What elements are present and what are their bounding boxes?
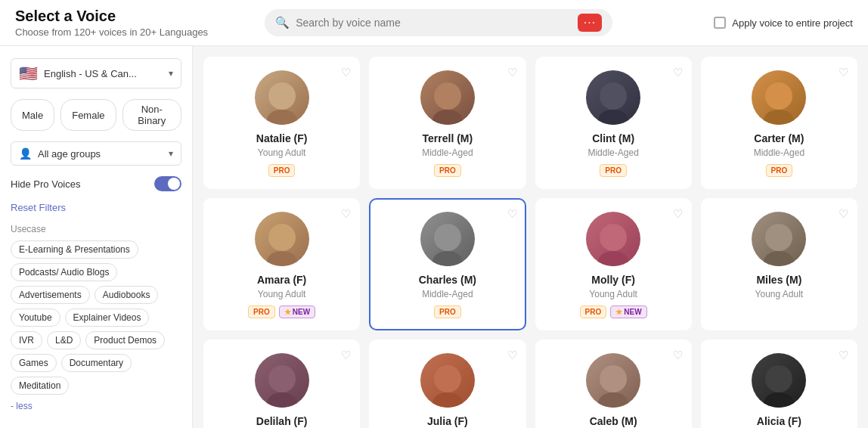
tag-item[interactable]: Audiobooks bbox=[95, 286, 159, 304]
new-badge: ★ NEW bbox=[610, 305, 646, 318]
heart-button[interactable]: ♡ bbox=[673, 349, 683, 362]
voice-age: Young Adult bbox=[258, 147, 306, 158]
voice-badges: PRO★ NEW bbox=[248, 305, 315, 318]
voice-age: Middle-Aged bbox=[422, 147, 473, 158]
voice-badges: PRO bbox=[268, 164, 296, 177]
search-more-button[interactable]: ··· bbox=[578, 14, 602, 32]
svg-point-3 bbox=[432, 110, 463, 125]
voice-name: Julia (F) bbox=[427, 415, 468, 427]
pro-badge: PRO bbox=[434, 164, 461, 177]
heart-button[interactable]: ♡ bbox=[839, 66, 848, 79]
voice-age: Middle-Aged bbox=[754, 147, 804, 158]
gender-filters: Male Female Non-Binary bbox=[11, 99, 181, 131]
avatar bbox=[586, 70, 640, 125]
heart-button[interactable]: ♡ bbox=[507, 66, 517, 79]
search-input[interactable] bbox=[296, 17, 572, 29]
avatar bbox=[255, 212, 309, 266]
pro-badge: PRO bbox=[434, 305, 461, 318]
toggle-knob bbox=[168, 178, 180, 190]
tag-item[interactable]: L&D bbox=[47, 331, 81, 349]
voice-card[interactable]: ♡Carter (M)Middle-AgedPRO bbox=[701, 57, 857, 189]
tag-item[interactable]: Youtube bbox=[11, 309, 60, 327]
hide-pro-toggle[interactable] bbox=[154, 176, 181, 191]
voice-name: Miles (M) bbox=[756, 274, 801, 286]
heart-button[interactable]: ♡ bbox=[673, 207, 683, 221]
tag-item[interactable]: Advertisements bbox=[11, 286, 90, 304]
person-icon: 👤 bbox=[19, 147, 32, 160]
pro-badge: PRO bbox=[248, 305, 275, 318]
tag-item[interactable]: Explainer Videos bbox=[65, 309, 150, 327]
voice-card[interactable]: ♡Charles (M)Middle-AgedPRO bbox=[369, 198, 525, 330]
language-text: English - US & Can... bbox=[44, 68, 163, 79]
tag-item[interactable]: Podcasts/ Audio Blogs bbox=[11, 263, 117, 281]
svg-point-4 bbox=[600, 82, 627, 110]
svg-point-12 bbox=[600, 224, 627, 251]
voice-name: Terrell (M) bbox=[423, 132, 473, 144]
search-bar: 🔍 ··· bbox=[265, 9, 612, 36]
avatar bbox=[420, 353, 475, 408]
tag-item[interactable]: Product Demos bbox=[85, 331, 165, 349]
voice-card[interactable]: ♡Julia (F) bbox=[369, 340, 525, 428]
pro-badge: PRO bbox=[580, 305, 607, 318]
gender-male-button[interactable]: Male bbox=[11, 99, 54, 131]
avatar bbox=[752, 212, 806, 266]
reset-filters-button[interactable]: Reset Filters bbox=[11, 202, 181, 213]
tag-item[interactable]: Games bbox=[11, 354, 57, 372]
voice-badges: PRO bbox=[766, 164, 793, 177]
tag-item[interactable]: E-Learning & Presentations bbox=[11, 240, 138, 259]
voice-card[interactable]: ♡Caleb (M) bbox=[535, 340, 692, 428]
voice-age: Young Adult bbox=[755, 289, 804, 299]
sidebar: 🇺🇸 English - US & Can... ▾ Male Female N… bbox=[0, 46, 193, 428]
heart-button[interactable]: ♡ bbox=[507, 207, 517, 221]
voice-badges: PRO★ NEW bbox=[580, 305, 647, 318]
voice-card[interactable]: ♡Amara (F)Young AdultPRO★ NEW bbox=[203, 198, 360, 330]
avatar bbox=[420, 70, 475, 125]
svg-point-14 bbox=[765, 224, 792, 251]
gender-female-button[interactable]: Female bbox=[60, 99, 116, 131]
heart-button[interactable]: ♡ bbox=[341, 349, 351, 362]
heart-button[interactable]: ♡ bbox=[673, 66, 683, 79]
main-area: 🇺🇸 English - US & Can... ▾ Male Female N… bbox=[0, 46, 868, 428]
voice-name: Clint (M) bbox=[592, 132, 634, 144]
age-select[interactable]: 👤 All age groups ▾ bbox=[11, 141, 181, 166]
tag-item[interactable]: IVR bbox=[11, 331, 42, 349]
tags-area: E-Learning & PresentationsPodcasts/ Audi… bbox=[11, 240, 181, 395]
heart-button[interactable]: ♡ bbox=[839, 349, 848, 362]
tag-item[interactable]: Documentary bbox=[61, 354, 132, 372]
voice-card[interactable]: ♡Natalie (F)Young AdultPRO bbox=[203, 57, 360, 189]
language-select[interactable]: 🇺🇸 English - US & Can... ▾ bbox=[11, 58, 181, 88]
svg-point-21 bbox=[598, 392, 628, 408]
header: Select a Voice Choose from 120+ voices i… bbox=[0, 0, 868, 46]
tag-item[interactable]: Meditation bbox=[11, 377, 69, 395]
svg-point-18 bbox=[434, 365, 461, 392]
svg-point-6 bbox=[765, 82, 792, 110]
avatar bbox=[586, 353, 640, 408]
hide-pro-row: Hide Pro Voices bbox=[11, 176, 181, 191]
avatar bbox=[420, 212, 475, 266]
heart-button[interactable]: ♡ bbox=[341, 207, 351, 221]
heart-button[interactable]: ♡ bbox=[839, 207, 848, 221]
voice-card[interactable]: ♡Molly (F)Young AdultPRO★ NEW bbox=[535, 198, 692, 330]
heart-button[interactable]: ♡ bbox=[507, 349, 517, 362]
avatar bbox=[255, 353, 309, 408]
avatar bbox=[752, 353, 806, 408]
voice-name: Alicia (F) bbox=[757, 415, 801, 427]
voice-name: Molly (F) bbox=[591, 274, 635, 286]
chevron-down-icon: ▾ bbox=[169, 68, 173, 79]
apply-voice-area: Apply voice to entire project bbox=[714, 17, 853, 29]
heart-button[interactable]: ♡ bbox=[341, 66, 351, 79]
apply-voice-checkbox[interactable] bbox=[714, 17, 726, 29]
svg-point-15 bbox=[764, 251, 794, 266]
voice-card[interactable]: ♡Terrell (M)Middle-AgedPRO bbox=[369, 57, 525, 189]
voice-card[interactable]: ♡Miles (M)Young Adult bbox=[701, 198, 857, 330]
voice-card[interactable]: ♡Delilah (F) bbox=[203, 340, 360, 428]
less-button[interactable]: - less bbox=[11, 401, 33, 411]
flag-icon: 🇺🇸 bbox=[19, 64, 38, 82]
gender-nonbinary-button[interactable]: Non-Binary bbox=[122, 99, 181, 131]
svg-point-0 bbox=[268, 82, 296, 110]
voice-age: Middle-Aged bbox=[422, 289, 473, 299]
voice-card[interactable]: ♡Clint (M)Middle-AgedPRO bbox=[535, 57, 692, 189]
voice-badges: PRO bbox=[600, 164, 627, 177]
new-badge: ★ NEW bbox=[279, 305, 315, 318]
voice-card[interactable]: ♡Alicia (F) bbox=[701, 340, 857, 428]
